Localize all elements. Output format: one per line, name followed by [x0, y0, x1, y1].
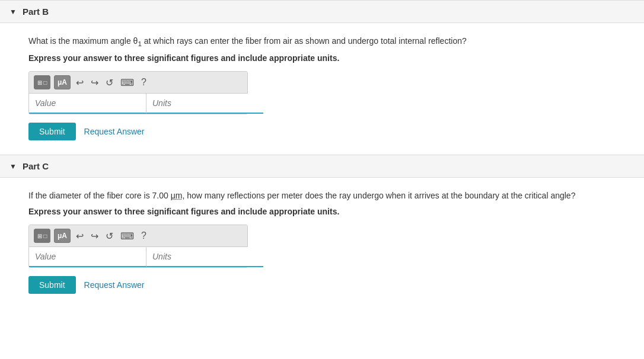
part-b-toolbar: ⊞ □ μA ↩ ↪ ↺ ⌨ ? — [29, 72, 247, 94]
part-c-header: ▼ Part C — [0, 155, 644, 178]
part-b-units-input[interactable] — [146, 94, 263, 114]
part-b-refresh-icon[interactable]: ↺ — [104, 76, 115, 89]
part-b-mu-button[interactable]: μA — [54, 75, 71, 89]
part-c-undo-icon[interactable]: ↩ — [74, 229, 85, 243]
part-c-answer-box: ⊞ □ μA ↩ ↪ ↺ ⌨ ? — [28, 225, 248, 268]
part-b-help-icon[interactable]: ? — [139, 76, 148, 89]
part-c-help-icon[interactable]: ? — [139, 229, 148, 242]
part-c-title: Part C — [23, 161, 49, 171]
part-c-redo-icon[interactable]: ↪ — [89, 229, 100, 243]
part-c-grid-button[interactable]: ⊞ □ — [34, 229, 50, 243]
part-b-actions: Submit Request Answer — [28, 123, 616, 140]
part-c-toolbar: ⊞ □ μA ↩ ↪ ↺ ⌨ ? — [29, 225, 247, 247]
part-b-grid-button[interactable]: ⊞ □ — [34, 75, 50, 89]
part-b-note: Express your answer to three significant… — [28, 53, 616, 63]
part-b-body: What is the maximum angle θ1 at which ra… — [0, 23, 644, 155]
part-b-answer-box: ⊞ □ μA ↩ ↪ ↺ ⌨ ? — [28, 71, 248, 114]
part-b-submit-button[interactable]: Submit — [28, 123, 76, 140]
part-b-redo-icon[interactable]: ↪ — [89, 76, 100, 89]
part-c-request-answer-link[interactable]: Request Answer — [84, 280, 145, 290]
part-b-section: ▼ Part B What is the maximum angle θ1 at… — [0, 0, 644, 155]
part-b-request-answer-link[interactable]: Request Answer — [84, 127, 145, 136]
part-b-title: Part B — [23, 7, 49, 17]
part-c-actions: Submit Request Answer — [28, 276, 616, 294]
part-c-units-input[interactable] — [146, 247, 263, 267]
part-c-body: If the diameter of the fiber core is 7.0… — [0, 178, 644, 308]
part-b-undo-icon[interactable]: ↩ — [74, 76, 85, 89]
part-b-value-input[interactable] — [29, 94, 146, 114]
part-b-collapse-arrow[interactable]: ▼ — [9, 8, 17, 16]
part-c-value-input[interactable] — [29, 247, 146, 267]
part-c-note: Express your answer to three significant… — [28, 207, 616, 216]
part-b-header: ▼ Part B — [0, 0, 644, 23]
part-b-keyboard-icon[interactable]: ⌨ — [119, 76, 136, 89]
part-c-refresh-icon[interactable]: ↺ — [104, 229, 115, 243]
part-c-question: If the diameter of the fiber core is 7.0… — [28, 190, 616, 202]
part-b-input-row — [29, 94, 247, 114]
part-c-mu-button[interactable]: μA — [54, 229, 71, 243]
part-c-section: ▼ Part C If the diameter of the fiber co… — [0, 155, 644, 308]
part-b-question: What is the maximum angle θ1 at which ra… — [28, 35, 616, 49]
part-c-submit-button[interactable]: Submit — [28, 276, 76, 294]
part-c-collapse-arrow[interactable]: ▼ — [9, 162, 17, 171]
part-c-keyboard-icon[interactable]: ⌨ — [119, 229, 136, 243]
part-c-input-row — [29, 247, 247, 267]
